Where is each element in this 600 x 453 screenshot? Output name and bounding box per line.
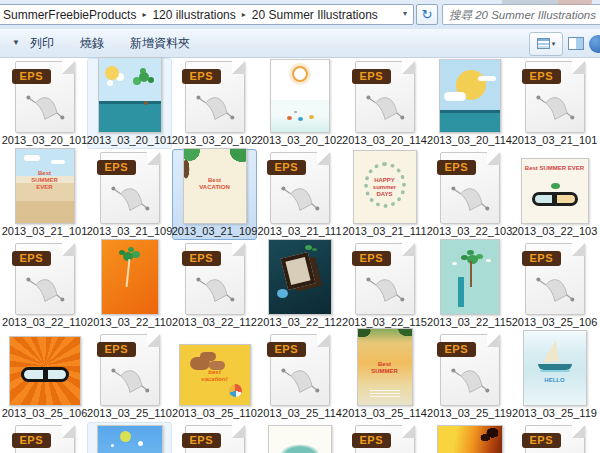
file-tile-image[interactable]: HAPPY summer DAYS2013_03_21_111 [342, 149, 427, 240]
thumbnail-area: HAPPY summer DAYS [353, 150, 417, 224]
refresh-button[interactable]: ↻ [416, 4, 438, 25]
thumbnail-area [101, 240, 159, 315]
file-tile-eps[interactable]: EPS2013_03_25_106 [512, 240, 597, 331]
thumbnail-caption: Best SUMMER EVER [16, 170, 74, 191]
image-thumbnail: Best SUMMER [357, 328, 413, 406]
eps-file-icon: EPS [15, 425, 75, 453]
thumbnail-area: EPS [15, 241, 75, 315]
image-thumbnail [270, 59, 330, 133]
eps-badge: EPS [12, 251, 52, 266]
file-name-label: 2013_03_21_111 [343, 224, 427, 239]
toolbar-overflow-arrow-icon[interactable]: ▼ [12, 29, 20, 57]
file-tile-image[interactable]: HELLO2013_03_25_119 [512, 331, 597, 422]
breadcrumb[interactable]: SummerFreebieProducts▸120 illustrations▸… [0, 4, 414, 25]
file-grid: EPS2013_03_20_1012013_03_20_101EPS2013_0… [2, 58, 600, 453]
file-tile-image[interactable]: 2013_03_22_110 [87, 240, 172, 331]
eps-badge: EPS [437, 160, 477, 175]
breadcrumb-separator-icon[interactable]: ▸ [142, 10, 146, 19]
thumbnail-caption: HAPPY summer DAYS [354, 177, 416, 198]
eps-badge: EPS [522, 69, 562, 84]
eps-file-icon: EPS [525, 61, 585, 133]
file-tile-image[interactable]: 2013_03_20_114 [427, 58, 512, 149]
thumbnail-area: EPS [440, 150, 500, 224]
help-button[interactable] [589, 35, 600, 53]
file-tile-image[interactable]: 2013_03_25_106 [2, 331, 87, 422]
file-name-label: 2013_03_22_110 [2, 315, 87, 330]
file-name-label: 2013_03_25_119 [427, 406, 512, 421]
file-tile-eps[interactable]: EPS2013_03_21_101 [512, 58, 597, 149]
breadcrumb-separator-icon[interactable]: ▸ [242, 10, 246, 19]
file-tile-eps[interactable]: EPS [512, 422, 597, 453]
image-thumbnail: Best SUMMER EVER [521, 158, 589, 224]
file-tile-image[interactable]: Best VACATION2013_03_21_109 [172, 149, 257, 240]
file-name-label: 2013_03_22_115 [427, 315, 512, 330]
file-tile-image[interactable]: Best SUMMER2013_03_25_114 [342, 331, 427, 422]
file-tile-eps[interactable]: EPS2013_03_21_109 [87, 149, 172, 240]
file-tile-eps[interactable]: EPS2013_03_22_103 [427, 149, 512, 240]
eps-badge: EPS [97, 342, 137, 357]
file-name-label: 2013_03_20_114 [427, 133, 512, 148]
file-tile-eps[interactable]: EPS2013_03_22_110 [2, 240, 87, 331]
toolbar-item[interactable]: 新增資料夾 [130, 35, 190, 52]
file-tile-image[interactable] [87, 422, 172, 453]
toolbar-item[interactable]: 列印 [30, 35, 54, 52]
thumbnail-caption: HELLO [524, 377, 586, 384]
window-chrome: SummerFreebieProducts▸120 illustrations▸… [0, 0, 600, 58]
file-tile-eps[interactable]: EPS2013_03_20_101 [2, 58, 87, 149]
eps-badge: EPS [522, 251, 562, 266]
thumbnail-area [437, 423, 503, 453]
file-tile-eps[interactable]: EPS [172, 422, 257, 453]
file-tile-image[interactable]: Best SUMMER EVER2013_03_21_101 [2, 149, 87, 240]
views-icon [537, 38, 550, 49]
image-thumbnail [98, 57, 162, 133]
thumbnail-area: Best SUMMER [357, 331, 413, 406]
file-tile-eps[interactable]: EPS2013_03_21_111 [257, 149, 342, 240]
file-tile-eps[interactable]: EPS2013_03_25_119 [427, 331, 512, 422]
file-tile-eps[interactable]: EPS [2, 422, 87, 453]
toolbar-item[interactable]: 燒錄 [80, 35, 104, 52]
file-tile-image[interactable]: 2013_03_20_101 [87, 58, 172, 149]
search-input[interactable] [442, 4, 600, 25]
file-name-label: 2013_03_25_106 [2, 406, 88, 421]
eps-file-icon: EPS [15, 61, 75, 133]
file-tile-eps[interactable]: EPS2013_03_20_114 [342, 58, 427, 149]
eps-file-icon: EPS [15, 243, 75, 315]
breadcrumb-segment[interactable]: SummerFreebieProducts [3, 8, 136, 22]
eps-file-icon: EPS [270, 152, 330, 224]
file-name-label: 2013_03_25_114 [257, 406, 342, 421]
file-tile-image[interactable]: best vacation!2013_03_25_110 [172, 331, 257, 422]
file-tile-eps[interactable]: EPS2013_03_20_102 [172, 58, 257, 149]
file-tile-image[interactable]: 2013_03_20_102 [257, 58, 342, 149]
address-dropdown-icon[interactable]: ▾ [403, 9, 407, 18]
file-tile-image[interactable] [427, 422, 512, 453]
preview-pane-button[interactable] [563, 33, 589, 55]
file-tile-eps[interactable]: EPS [342, 422, 427, 453]
file-name-label: 2013_03_22_112 [172, 315, 257, 330]
eps-badge: EPS [12, 69, 52, 84]
file-tile-eps[interactable]: EPS2013_03_22_115 [342, 240, 427, 331]
thumbnail-area: EPS [355, 241, 415, 315]
thumbnail-area: EPS [525, 59, 585, 133]
image-thumbnail [439, 59, 501, 133]
file-tile-image[interactable] [257, 422, 342, 453]
file-tile-eps[interactable]: EPS2013_03_25_114 [257, 331, 342, 422]
window-controls-partial[interactable] [502, 0, 592, 5]
breadcrumb-segment[interactable]: 20 Summer Illustrations [252, 8, 378, 22]
eps-file-icon: EPS [525, 425, 585, 453]
change-view-button[interactable]: ▾ [529, 32, 563, 56]
eps-file-icon: EPS [185, 243, 245, 315]
file-name-label: 2013_03_25_119 [512, 406, 597, 421]
thumbnail-caption: Best SUMMER EVER [522, 165, 588, 172]
file-tile-image[interactable]: 2013_03_22_112 [257, 240, 342, 331]
file-tile-image[interactable]: 2013_03_22_115 [427, 240, 512, 331]
file-name-label: 2013_03_25_106 [512, 315, 598, 330]
file-tile-image[interactable]: Best SUMMER EVER2013_03_22_103 [512, 149, 597, 240]
file-tile-eps[interactable]: EPS2013_03_22_112 [172, 240, 257, 331]
file-tile-eps[interactable]: EPS2013_03_25_110 [87, 331, 172, 422]
breadcrumb-segment[interactable]: 120 illustrations [152, 8, 235, 22]
eps-file-icon: EPS [440, 152, 500, 224]
bezier-curve-icon [192, 271, 236, 308]
file-name-label: 2013_03_20_102 [257, 133, 343, 148]
image-thumbnail: Best SUMMER EVER [15, 148, 75, 224]
file-name-label: 2013_03_25_110 [172, 406, 257, 421]
